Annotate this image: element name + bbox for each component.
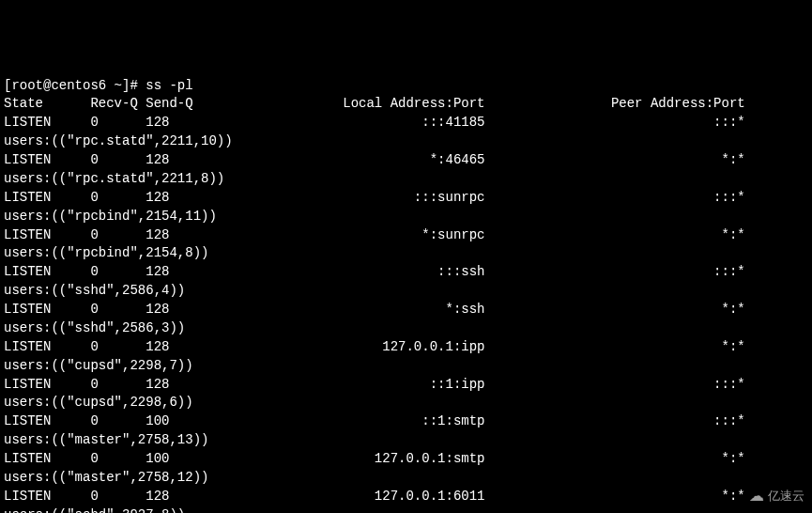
- watermark-text: 亿速云: [768, 488, 804, 505]
- cloud-icon: ☁: [749, 486, 764, 507]
- terminal-output: [root@centos6 ~]# ss -pl State Recv-Q Se…: [4, 77, 808, 514]
- watermark: ☁ 亿速云: [749, 486, 804, 507]
